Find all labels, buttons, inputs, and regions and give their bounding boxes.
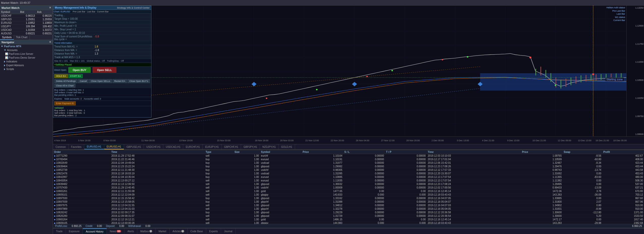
xaxis-label-12: 27 Nov 12:00 <box>381 139 395 142</box>
market-watch-row[interactable]: GBPUSD 1.29351 1.29359 <box>0 18 53 21</box>
table-row[interactable]: ■ 10843054 2019.12.13 00:27:12 sell 1.00… <box>53 179 644 182</box>
table-row[interactable]: ■ 10809101 2019.12.12 22:04:09 sell 1.00… <box>53 193 644 197</box>
order-close-price: 1472.06 <box>521 190 562 193</box>
tab-experts[interactable]: Experts <box>206 228 221 234</box>
market-watch-row[interactable]: USDCAD 1.31559 1.31572 <box>0 28 53 32</box>
chart-info-label: Chart: EURUSD <box>54 10 70 13</box>
tab-tick-chart[interactable]: Tick Chart <box>14 35 30 40</box>
nav-paxforex-mt4[interactable]: PaxForex MT4 <box>0 44 53 48</box>
table-row[interactable]: ■ 10771290 2019.11.29 17:52:48 sell 1.00… <box>53 154 644 158</box>
tab-code-base[interactable]: Code Base <box>187 228 206 234</box>
tab-eurjpy-h1[interactable]: EURJPY,H1 <box>203 144 222 149</box>
order-id: ■ 10826280 <box>53 214 110 218</box>
nav-accounts[interactable]: Accounts <box>0 48 53 52</box>
withdrawal-label: Withdrawal: <box>128 225 141 227</box>
table-row[interactable]: ■ 10809105 2019.12.13 00:00:28 sell 1.00… <box>53 221 644 224</box>
order-swap: 0.00 <box>563 172 602 175</box>
tab-news[interactable]: News99 <box>107 228 124 234</box>
table-row[interactable]: ■ 10757430 2019.11.29 13:40:45 sell 1.00… <box>53 186 644 190</box>
market-watch-row[interactable]: USDCHF 0.98213 0.98220 <box>0 14 53 18</box>
tab-journal[interactable]: Journal <box>221 228 236 234</box>
nav-scripts[interactable]: Scripts <box>0 67 53 71</box>
table-row[interactable]: ■ 10939464 2019.12.23 15:22:24 buy 1.00 … <box>53 165 644 168</box>
table-row[interactable]: ■ 10826280 2019.12.09 08:31:07 sell 1.00… <box>53 214 644 218</box>
order-size: 1.00 <box>233 172 260 175</box>
table-row[interactable]: ■ 10826242 2019.12.02 09:17:35 buy 1.00 … <box>53 211 644 214</box>
orders-table-container[interactable]: Order Time Type Size Symbol Price S / L … <box>53 150 644 224</box>
tab-gbpjpy-h1[interactable]: GBPJPY,H1 <box>241 144 260 149</box>
tab-gbpchf-h1[interactable]: GBPCHF,H1 <box>222 144 241 149</box>
nav-demo-server[interactable]: 📊 PaxForex-Demo Server <box>0 56 53 60</box>
table-row[interactable]: ■ 10939482 2019.12.13 12:06:50 sell 1.00… <box>53 182 644 186</box>
close-open-sells-button[interactable]: Close Open SELLs <box>89 79 112 83</box>
market-watch-close[interactable]: ✕ <box>49 6 51 9</box>
tab-account-history[interactable]: Account History <box>83 228 107 234</box>
hold-ea-button[interactable]: HOLD EA <box>54 74 68 78</box>
strategy-row-trading: Trading... <box>53 14 151 17</box>
xaxis-label-16: 4 Dec 21:00 <box>482 139 494 142</box>
order-symbol: eurusd <box>260 175 302 179</box>
order-symbol: gbpusd <box>260 182 302 186</box>
tab-alerts[interactable]: Alerts <box>124 228 137 234</box>
table-row[interactable]: ■ 10842997 2019.12.04 10:35:04 buy 1.00 … <box>53 175 644 179</box>
sr-label-4: Min. Profit Level = 0 <box>54 25 95 27</box>
tab-usdcad-h1[interactable]: USDCAD,H1 <box>163 144 183 149</box>
tab-mailbox[interactable]: Mailbox2 <box>137 228 155 234</box>
open-sell-button[interactable]: Open SELL <box>93 67 116 73</box>
restart-ea-button[interactable]: Restart EA <box>113 79 127 83</box>
order-id: ■ 10897930 <box>53 197 110 200</box>
enter-payment-button[interactable]: Enter Payment ID <box>54 101 76 105</box>
tab-exposure[interactable]: Exposure <box>66 228 83 234</box>
navigator-close[interactable]: ✕ <box>49 40 51 44</box>
tab-gbpusd-h1[interactable]: GBPUSD,H1 <box>124 144 144 149</box>
order-size: 1.00 <box>233 207 260 211</box>
tab-favorites[interactable]: Favorites <box>69 144 84 149</box>
nav-expert-advisors[interactable]: Expert Advisors <box>0 63 53 67</box>
tab-nzdjpy-h1[interactable]: NZDJPY,H1 <box>260 144 279 149</box>
table-row[interactable]: ■ 10765494 2019.11.22 21:46:46 buy 1.00 … <box>53 158 644 161</box>
order-sl: 0.00000 <box>343 179 385 182</box>
order-symbol: usdchf <box>260 186 302 190</box>
table-row[interactable]: ■ 10865264 2019.12.12 16:12:21 sell 1.00… <box>53 218 644 221</box>
start-ea-button[interactable]: START EA <box>68 74 83 78</box>
delete-all-pendings-button[interactable]: Delete All Pendings <box>54 79 77 83</box>
tab-eurusd-h1-1[interactable]: EURUSD,H1 <box>84 144 104 149</box>
table-row[interactable]: ■ 10852739 2019.12.11 21:48:30 buy 1.00 … <box>53 168 644 172</box>
order-tp: 0.000 <box>385 221 427 224</box>
table-row[interactable]: ■ 10897939 2019.12.13 15:58:05 buy 1.00 … <box>53 200 644 204</box>
tab-symbols[interactable]: Symbols <box>0 35 14 40</box>
order-price: 1.00009 <box>302 186 343 190</box>
nav-live-server[interactable]: 📊 PaxForex-Live Server <box>0 52 53 56</box>
close-open-buys-button[interactable]: Close Open BUY's <box>127 79 150 83</box>
order-close-price: 1.31831 <box>521 207 562 211</box>
nav-indicators[interactable]: Indicators <box>0 60 53 63</box>
tab-trade[interactable]: Trade <box>53 228 66 234</box>
table-row[interactable]: ■ 10897989 2019.12.13 04:31:03 sell 1.00… <box>53 207 644 211</box>
market-watch-row[interactable]: USDJPY 109.394 109.402 <box>0 25 53 28</box>
svg-point-44 <box>316 89 317 90</box>
table-row[interactable]: ■ 10921476 2019.12.18 18:03:19 buy 1.00 … <box>53 172 644 175</box>
macid2-label: Mac ID2 = 101 <box>70 60 85 62</box>
tab-common[interactable]: Common <box>53 144 69 149</box>
col-bid: Bid <box>19 10 36 14</box>
market-watch-row[interactable]: EURUSD 1.10852 1.10859 <box>0 21 53 25</box>
tab-eurusd-h1-2[interactable]: EURUSD,H1 <box>104 144 124 149</box>
table-row[interactable]: ■ 10865261 2019.12.11 21:55:08 sell 1.00… <box>53 190 644 193</box>
table-row[interactable]: ■ 10897930 2019.12.15 15:58:42 buy 1.00 … <box>53 197 644 200</box>
close-all-in-chart-button[interactable]: Close All In Chart <box>54 84 75 88</box>
tab-articles[interactable]: Articles2 <box>170 228 187 234</box>
cancel-button[interactable]: Cancel <box>78 79 89 83</box>
table-row[interactable]: ■ 10802649 2019.12.04 19:49:04 buy 1.00 … <box>53 161 644 165</box>
order-size: 1.00 <box>233 214 260 218</box>
open-buy-button[interactable]: Open BUY <box>68 67 91 73</box>
order-swap: -8.99 <box>563 207 602 211</box>
sr-value-8: 1.8 <box>95 45 98 48</box>
tab-gold-h1[interactable]: GOLD,H1 <box>279 144 295 149</box>
table-row[interactable]: ■ 10897975 2019.12.13 04:31:55 sell 1.00… <box>53 204 644 207</box>
tab-usdchf-h1[interactable]: USDCHF,H1 <box>144 144 163 149</box>
market-watch-row[interactable]: AUDUSD 0.69221 0.69231 <box>0 32 53 35</box>
order-size: 1.00 <box>233 193 260 197</box>
tab-market[interactable]: Market <box>155 228 170 234</box>
tab-eurchf-h1[interactable]: EURCHF,H1 <box>183 144 203 149</box>
xaxis-label-6: 15 Nov 03:00 <box>217 139 231 142</box>
